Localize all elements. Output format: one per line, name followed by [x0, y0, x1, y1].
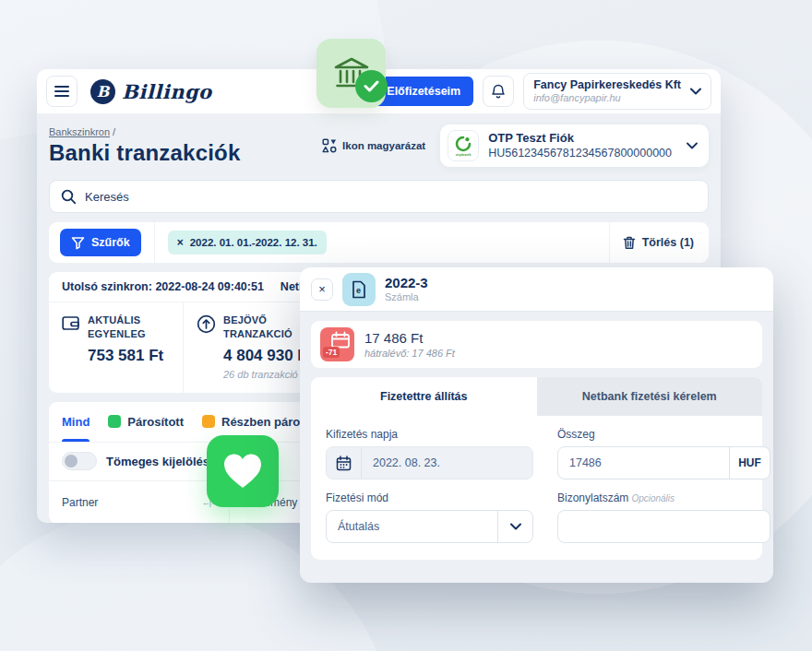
filter-bar: Szűrők × 2022. 01. 01.-2022. 12. 31. — [49, 222, 709, 263]
bank-account-name: OTP Teszt Fiók — [488, 131, 672, 147]
pay-date-field[interactable] — [326, 446, 533, 479]
funnel-icon — [71, 236, 85, 250]
notifications-button[interactable] — [483, 76, 514, 107]
pay-date-input[interactable] — [362, 456, 532, 469]
date-filter-label: 2022. 01. 01.-2022. 12. 31. — [190, 237, 317, 248]
invoice-amount-card: -71 17 486 Ft hátralévő: 17 486 Ft — [311, 321, 762, 368]
e-invoice-icon: e — [351, 280, 367, 299]
bulk-select-toggle[interactable] — [62, 452, 97, 470]
chip-remove-icon[interactable]: × — [177, 236, 184, 249]
incoming-transactions-label: BEJÖVŐ TRANZAKCIÓ — [223, 314, 303, 341]
svg-text:e: e — [356, 286, 361, 295]
wallet-icon — [62, 314, 80, 331]
invoice-number: 2022-3 — [385, 275, 428, 292]
last-sync-label: Utolsó szinkron: — [62, 280, 152, 293]
otp-bank-logo: otpbank — [448, 130, 479, 161]
company-name: Fancy Papirkereskedés Kft — [533, 78, 681, 93]
modal-body: -71 17 486 Ft hátralévő: 17 486 Ft Fizet… — [300, 312, 773, 569]
bank-account-selector[interactable]: otpbank OTP Teszt Fiók HU561234567812345… — [440, 124, 709, 167]
company-account-selector[interactable]: Fancy Papirkereskedés Kft info@fancypapi… — [523, 73, 711, 110]
shapes-icon — [322, 138, 337, 153]
modal-header: × e 2022-3 Számla — [300, 267, 773, 312]
amount-input[interactable] — [558, 456, 729, 469]
breadcrumb: Bankszinkron / — [49, 126, 240, 137]
bulk-select-label: Tömeges kijelölés — [106, 455, 209, 468]
bank-account-iban: HU56123456781234567800000000 — [488, 147, 672, 161]
chevron-down-icon — [687, 142, 698, 149]
overdue-days-badge: -71 — [323, 347, 340, 358]
partner-column-label: Partner — [62, 496, 98, 509]
amount-field[interactable]: HUF — [557, 446, 770, 479]
search-icon — [61, 189, 77, 205]
desktop-background: B Billingo Előfizetéseim — [0, 0, 812, 651]
incoming-transactions-value: 4 804 930 Ft — [223, 347, 312, 365]
invoice-amount: 17 486 Ft — [364, 330, 455, 346]
invoice-type: Számla — [385, 291, 428, 303]
page-title: Banki tranzakciók — [49, 140, 240, 166]
billingo-logo[interactable]: B Billingo — [90, 79, 212, 104]
trash-icon — [623, 236, 636, 250]
favorite-heart-tile — [207, 435, 279, 507]
optional-hint: Opcionális — [631, 493, 675, 503]
tab-netbank-request[interactable]: Netbank fizetési kérelem — [537, 377, 763, 416]
bell-icon — [491, 84, 506, 100]
amount-field-group: Összeg HUF — [557, 428, 770, 479]
pay-date-field-group: Kifizetés napja — [326, 428, 533, 479]
search-box — [49, 180, 709, 213]
last-sync-value: 2022-08-24 09:40:51 — [155, 280, 263, 293]
page-header-row: Bankszinkron / Banki tranzakciók Ikon ma… — [49, 124, 709, 167]
search-input[interactable] — [85, 190, 697, 204]
breadcrumb-separator: / — [110, 126, 115, 137]
billingo-logo-mark: B — [90, 79, 115, 104]
payment-modal: × e 2022-3 Számla — [300, 267, 773, 583]
tab-all[interactable]: Mind — [62, 402, 90, 442]
breadcrumb-link-bankszinkron[interactable]: Bankszinkron — [49, 126, 110, 137]
arrow-up-circle-icon — [197, 314, 216, 334]
clear-filters-label: Törlés (1) — [642, 236, 694, 249]
document-number-label-text: Bizonylatszám — [557, 491, 628, 504]
hamburger-menu-button[interactable] — [46, 76, 78, 107]
page-heading: Bankszinkron / Banki tranzakciók — [49, 126, 240, 166]
otp-logo-text: otpbank — [456, 152, 472, 157]
document-number-field-group: BizonylatszámOpcionális — [557, 491, 770, 543]
hamburger-icon — [54, 85, 69, 98]
payment-form: Kifizetés napja — [311, 416, 762, 560]
otp-logo-icon — [455, 136, 472, 152]
payment-method-field-group: Fizetési mód Átutalás — [326, 491, 533, 543]
modal-tabs: Fizetettre állítás Netbank fizetési kére… — [311, 377, 762, 416]
invoice-doc-tile: e — [342, 273, 376, 306]
chevron-down-icon — [690, 88, 701, 95]
document-number-field[interactable] — [557, 510, 770, 543]
page-header-right: Ikon magyarázat otpbank OTP Teszt Fiók — [322, 124, 709, 167]
modal-close-button[interactable]: × — [311, 278, 333, 301]
divider — [154, 222, 155, 263]
filters-button[interactable]: Szűrők — [60, 229, 141, 256]
bank-sync-success-tile — [316, 39, 386, 108]
chevron-down-icon — [510, 523, 521, 530]
payment-method-select[interactable]: Átutalás — [326, 510, 533, 543]
clear-filters-button[interactable]: Törlés (1) — [623, 236, 694, 250]
select-chevron-box[interactable] — [497, 511, 532, 542]
tab-paired-label: Párosított — [127, 415, 184, 429]
incoming-transactions-count: 26 db tranzakció — [223, 369, 312, 380]
document-number-input[interactable] — [558, 520, 770, 533]
payment-method-label: Fizetési mód — [326, 491, 533, 504]
toggle-knob — [65, 455, 78, 468]
column-header-partner[interactable]: Partner ←|→ — [49, 481, 230, 523]
date-filter-chip[interactable]: × 2022. 01. 01.-2022. 12. 31. — [168, 231, 327, 254]
filters-button-label: Szűrők — [91, 236, 130, 249]
icon-legend-label: Ikon magyarázat — [342, 140, 425, 151]
current-balance-value: 753 581 Ft — [88, 347, 163, 365]
document-number-label: BizonylatszámOpcionális — [557, 491, 770, 504]
partially-paired-status-icon — [202, 415, 215, 428]
icon-legend-link[interactable]: Ikon magyarázat — [322, 138, 425, 153]
invoice-remaining: hátralévő: 17 486 Ft — [364, 348, 455, 359]
calendar-icon[interactable] — [327, 447, 362, 479]
payment-method-value: Átutalás — [327, 520, 497, 533]
billingo-logo-text: Billingo — [122, 80, 212, 103]
tab-set-paid[interactable]: Fizetettre állítás — [311, 377, 537, 416]
tab-paired[interactable]: Párosított — [108, 415, 184, 429]
divider — [609, 222, 610, 263]
subscriptions-button-label: Előfizetéseim — [387, 85, 460, 98]
paired-status-icon — [108, 415, 121, 428]
